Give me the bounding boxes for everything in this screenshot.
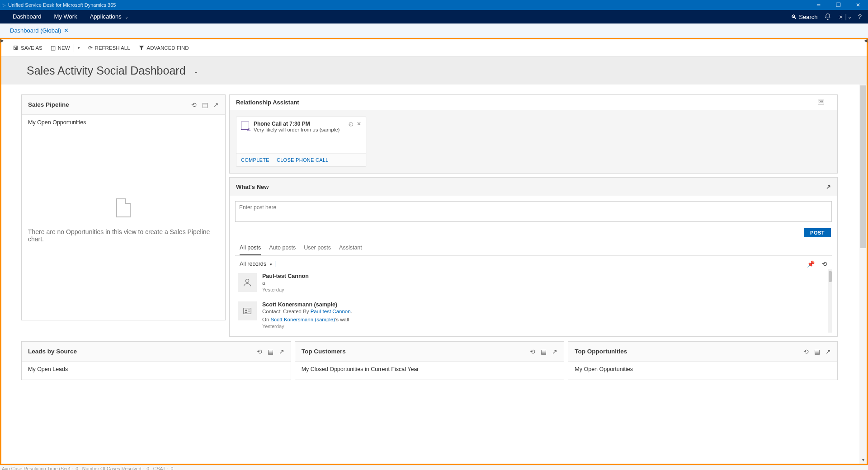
window-maximize-button[interactable]: ❐ xyxy=(828,0,848,10)
records-filter-label: All records xyxy=(240,261,266,267)
search-button[interactable]: 🔍︎ Search xyxy=(791,14,817,20)
session-tab-strip: Dashboard (Global) ✕ xyxy=(0,24,868,38)
complete-link[interactable]: COMPLETE xyxy=(241,157,269,163)
sales-pipeline-panel: Sales Pipeline ⟲ ▤ ↗ My Open Opportuniti… xyxy=(21,94,226,320)
refresh-label: REFRESH ALL xyxy=(95,45,130,51)
advanced-find-button[interactable]: ADVANCED FIND xyxy=(138,45,189,51)
nav-dashboard[interactable]: Dashboard xyxy=(6,10,48,24)
app-logo-icon: ▷ xyxy=(2,2,5,8)
ra-expand-icon[interactable] xyxy=(817,99,831,105)
post-link-wall[interactable]: Scott Konersmann (sample) xyxy=(271,317,335,322)
advanced-find-label: ADVANCED FIND xyxy=(147,45,189,51)
customers-subtitle: My Closed Opportunities in Current Fisca… xyxy=(302,366,419,372)
scroll-down-icon[interactable]: ▾ xyxy=(860,457,866,463)
svg-rect-8 xyxy=(248,311,250,311)
scrollbar-thumb[interactable] xyxy=(860,85,866,248)
new-button[interactable]: ◫ NEW xyxy=(51,45,70,51)
pipeline-empty-message: There are no Opportunities in this view … xyxy=(28,228,219,243)
enlarge-icon[interactable]: ↗ xyxy=(552,348,557,355)
enlarge-icon[interactable]: ↗ xyxy=(279,348,284,355)
expand-right-icon[interactable]: ◀ xyxy=(864,38,868,43)
dismiss-icon[interactable]: ✕ xyxy=(357,121,361,150)
settings-icon[interactable]: | ⌄ xyxy=(838,13,852,20)
toolbar-divider xyxy=(74,44,74,52)
post-author[interactable]: Paul-test Cannon xyxy=(262,273,309,279)
refresh-icon[interactable]: ⟲ xyxy=(257,348,262,355)
svg-rect-7 xyxy=(248,310,250,310)
post-author[interactable]: Scott Konersmann (sample) xyxy=(262,301,352,308)
refresh-icon[interactable]: ⟲ xyxy=(530,348,535,355)
tab-auto-posts[interactable]: Auto posts xyxy=(269,242,296,255)
opportunities-title: Top Opportunities xyxy=(575,348,627,355)
enlarge-icon[interactable]: ↗ xyxy=(826,348,831,355)
search-label: Search xyxy=(799,14,817,20)
notifications-icon[interactable] xyxy=(824,13,831,20)
status-avg-value: 0 xyxy=(75,466,78,470)
save-as-label: SAVE AS xyxy=(21,45,42,51)
help-icon[interactable]: ? xyxy=(858,13,862,20)
tab-user-posts[interactable]: User posts xyxy=(304,242,331,255)
status-avg-label: Avg Case Resolution Time (Sec) : xyxy=(2,466,73,470)
save-as-button[interactable]: 🖫 SAVE AS xyxy=(13,45,42,51)
dashboard-body: ▾ Sales Pipeline ⟲ ▤ ↗ My Open Opportuni xyxy=(1,85,867,464)
expand-left-icon[interactable]: ▶ xyxy=(0,38,4,43)
dashboard-selector[interactable]: Sales Activity Social Dashboard ⌄ xyxy=(27,64,198,77)
svg-point-6 xyxy=(245,310,247,311)
tab-dashboard-global[interactable]: Dashboard (Global) ✕ xyxy=(6,24,72,38)
post-body: a xyxy=(262,279,309,287)
tab-all-posts[interactable]: All posts xyxy=(240,242,261,255)
chevron-down-icon: ⌄ xyxy=(848,14,852,20)
pin-icon[interactable]: 📌 xyxy=(807,260,815,268)
view-records-icon[interactable]: ▤ xyxy=(814,348,820,355)
top-customers-panel: Top Customers ⟲ ▤ ↗ My Closed Opportunit… xyxy=(295,341,565,380)
contact-card-icon xyxy=(238,301,257,320)
tab-assistant[interactable]: Assistant xyxy=(339,242,362,255)
calendar-activity-icon xyxy=(241,122,249,130)
refresh-icon[interactable]: ⟲ xyxy=(822,260,827,268)
leads-by-source-panel: Leads by Source ⟲ ▤ ↗ My Open Leads xyxy=(21,341,291,380)
view-records-icon[interactable]: ▤ xyxy=(268,348,274,355)
tab-close-icon[interactable]: ✕ xyxy=(64,24,69,38)
window-minimize-button[interactable]: ━ xyxy=(808,0,828,10)
card-title: Phone Call at 7:30 PM xyxy=(254,121,344,127)
new-label: NEW xyxy=(58,45,70,51)
card-subtitle: Very likely will order from us (sample) xyxy=(254,127,344,132)
view-records-icon[interactable]: ▤ xyxy=(541,348,547,355)
status-csat-label: CSAT : xyxy=(153,466,168,470)
customers-title: Top Customers xyxy=(302,348,346,355)
refresh-icon[interactable]: ⟲ xyxy=(803,348,809,355)
posts-scrollbar[interactable] xyxy=(828,269,832,333)
post-button[interactable]: POST xyxy=(804,228,831,237)
nav-my-work[interactable]: My Work xyxy=(48,10,84,24)
nav-applications[interactable]: Applications ⌄ xyxy=(84,10,135,24)
chevron-down-icon: ▾ xyxy=(270,262,272,267)
whats-new-panel: What's New ↗ POST All posts Auto posts U… xyxy=(229,177,838,337)
status-num-label: Number Of Cases Resolved : xyxy=(82,466,144,470)
svg-point-0 xyxy=(840,16,842,18)
snooze-icon[interactable]: ◴ xyxy=(349,121,353,150)
view-records-icon[interactable]: ▤ xyxy=(202,101,208,108)
close-phone-call-link[interactable]: CLOSE PHONE CALL xyxy=(277,157,329,163)
enlarge-icon[interactable]: ↗ xyxy=(213,101,219,108)
user-avatar-icon xyxy=(238,273,257,292)
refresh-icon[interactable]: ⟲ xyxy=(191,101,197,108)
vertical-scrollbar[interactable]: ▾ xyxy=(859,85,867,464)
new-dropdown-icon[interactable]: ▾ xyxy=(78,46,80,50)
nav-applications-label: Applications xyxy=(90,13,122,20)
records-filter[interactable]: All records ▾ xyxy=(240,261,272,267)
text-cursor xyxy=(275,261,275,267)
assistant-card[interactable]: Phone Call at 7:30 PM Very likely will o… xyxy=(236,117,366,167)
scrollbar-thumb[interactable] xyxy=(829,271,832,282)
post-link-creator[interactable]: Paul-test Cannon xyxy=(311,309,351,314)
new-icon: ◫ xyxy=(51,45,56,51)
enlarge-icon[interactable]: ↗ xyxy=(826,183,831,190)
leads-title: Leads by Source xyxy=(28,348,77,355)
refresh-all-button[interactable]: ⟳ REFRESH ALL xyxy=(88,45,130,51)
window-title-bar: ▷ Unified Service Desk for Microsoft Dyn… xyxy=(0,0,868,10)
refresh-icon: ⟳ xyxy=(88,45,93,51)
search-icon: 🔍︎ xyxy=(791,14,797,20)
pipeline-subtitle: My Open Opportunities xyxy=(28,119,219,126)
window-close-button[interactable]: ✕ xyxy=(848,0,868,10)
post-input[interactable] xyxy=(235,201,832,222)
tab-label: Dashboard (Global) xyxy=(10,24,61,38)
